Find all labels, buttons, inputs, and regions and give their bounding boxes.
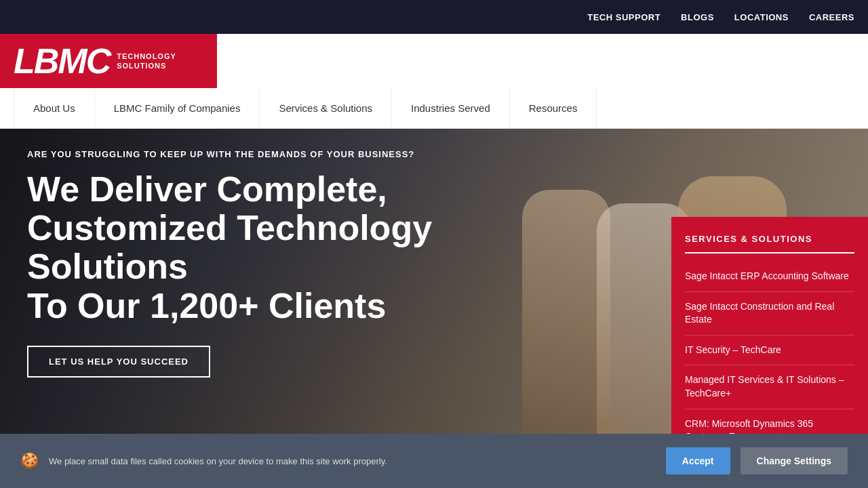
sidebar-item-sage-erp[interactable]: Sage Intacct ERP Accounting Software	[685, 262, 854, 292]
cookie-accept-button[interactable]: Accept	[666, 447, 730, 474]
logo-block[interactable]: LBMC TECHNOLOGY SOLUTIONS	[0, 34, 217, 88]
sidebar-item-managed-it[interactable]: Managed IT Services & IT Solutions – Tec…	[685, 365, 854, 409]
content-area: ARE YOU STRUGGLING TO KEEP UP WITH THE D…	[0, 129, 868, 434]
nav-lbmc-family[interactable]: LBMC Family of Companies	[95, 88, 260, 129]
hero-title: We Deliver Complete, Customized Technolo…	[27, 170, 448, 325]
logo-lbmc: LBMC	[14, 43, 110, 79]
sidebar-title: SERVICES & SOLUTIONS	[685, 234, 854, 253]
hero-subtitle: ARE YOU STRUGGLING TO KEEP UP WITH THE D…	[27, 149, 448, 159]
header: LBMC TECHNOLOGY SOLUTIONS	[0, 34, 868, 88]
nav-bar: About Us LBMC Family of Companies Servic…	[0, 88, 868, 129]
sidebar-item-sage-construction[interactable]: Sage Intacct Construction and Real Estat…	[685, 292, 854, 336]
locations-link[interactable]: LOCATIONS	[734, 12, 789, 22]
nav-industries-served[interactable]: Industries Served	[392, 88, 510, 129]
page-wrapper: TECH SUPPORT BLOGS LOCATIONS CAREERS LBM…	[0, 0, 868, 488]
nav-resources[interactable]: Resources	[510, 88, 597, 129]
nav-about-us[interactable]: About Us	[14, 88, 95, 129]
cookie-settings-button[interactable]: Change Settings	[741, 447, 848, 474]
cookie-banner: 🍪 We place small data files called cooki…	[0, 434, 868, 488]
nav-services-solutions[interactable]: Services & Solutions	[260, 88, 392, 129]
blogs-link[interactable]: BLOGS	[681, 12, 714, 22]
hero-cta-button[interactable]: LET US HELP YOU SUCCEED	[27, 346, 210, 378]
cookie-text: We place small data files called cookies…	[49, 456, 656, 466]
careers-link[interactable]: CAREERS	[809, 12, 854, 22]
hero-content: ARE YOU STRUGGLING TO KEEP UP WITH THE D…	[0, 129, 475, 398]
logo-tagline: TECHNOLOGY SOLUTIONS	[117, 52, 176, 71]
top-bar: TECH SUPPORT BLOGS LOCATIONS CAREERS	[0, 0, 868, 34]
tech-support-link[interactable]: TECH SUPPORT	[587, 12, 660, 22]
cookie-icon: 🍪	[20, 452, 39, 470]
sidebar-item-it-security[interactable]: IT Security – TechCare	[685, 336, 854, 366]
